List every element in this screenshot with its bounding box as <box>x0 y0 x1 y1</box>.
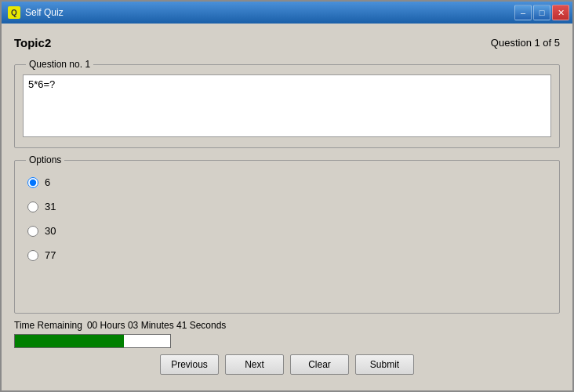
option-item-3: 30 <box>23 219 551 243</box>
main-window: Q Self Quiz – □ ✕ Topic2 Question 1 of 5… <box>0 0 574 392</box>
progress-bar-fill <box>15 335 124 347</box>
close-button[interactable]: ✕ <box>552 5 569 20</box>
option-radio-3[interactable] <box>27 226 38 237</box>
minimize-button[interactable]: – <box>514 5 532 20</box>
options-fieldset: Options 6 31 30 77 <box>14 154 560 314</box>
option-label-2[interactable]: 31 <box>45 201 56 212</box>
clear-button[interactable]: Clear <box>290 354 349 375</box>
previous-button[interactable]: Previous <box>160 354 219 375</box>
option-label-4[interactable]: 77 <box>45 249 56 261</box>
option-item-1: 6 <box>23 170 551 194</box>
timer-row: Time Remaining 00 Hours 03 Minutes 41 Se… <box>14 320 560 331</box>
option-radio-4[interactable] <box>27 250 38 261</box>
option-item-2: 31 <box>23 194 551 219</box>
progress-bar-container <box>14 334 171 348</box>
buttons-row: Previous Next Clear Submit <box>14 354 560 375</box>
progress-row <box>14 334 560 348</box>
timer-value: 00 Hours 03 Minutes 41 Seconds <box>87 320 226 331</box>
option-radio-2[interactable] <box>27 201 38 212</box>
window-title: Self Quiz <box>25 7 64 18</box>
question-text <box>23 74 551 137</box>
app-icon: Q <box>8 6 20 19</box>
topic-title: Topic2 <box>14 36 51 49</box>
maximize-button[interactable]: □ <box>533 5 550 20</box>
submit-button[interactable]: Submit <box>355 354 414 375</box>
title-bar: Q Self Quiz – □ ✕ <box>2 2 572 24</box>
title-bar-buttons: – □ ✕ <box>514 5 569 20</box>
question-fieldset: Question no. 1 <box>14 59 560 148</box>
title-bar-left: Q Self Quiz <box>8 6 64 19</box>
option-radio-1[interactable] <box>27 177 38 188</box>
header-row: Topic2 Question 1 of 5 <box>14 33 560 53</box>
option-item-4: 77 <box>23 243 551 267</box>
options-legend: Options <box>26 154 64 165</box>
option-label-3[interactable]: 30 <box>45 225 56 237</box>
content-area: Topic2 Question 1 of 5 Question no. 1 Op… <box>2 24 572 390</box>
next-button[interactable]: Next <box>225 354 284 375</box>
option-label-1[interactable]: 6 <box>45 176 50 188</box>
question-counter: Question 1 of 5 <box>491 37 560 49</box>
timer-label: Time Remaining <box>14 320 82 331</box>
question-legend: Question no. 1 <box>26 59 93 70</box>
bottom-section: Time Remaining 00 Hours 03 Minutes 41 Se… <box>14 320 560 381</box>
